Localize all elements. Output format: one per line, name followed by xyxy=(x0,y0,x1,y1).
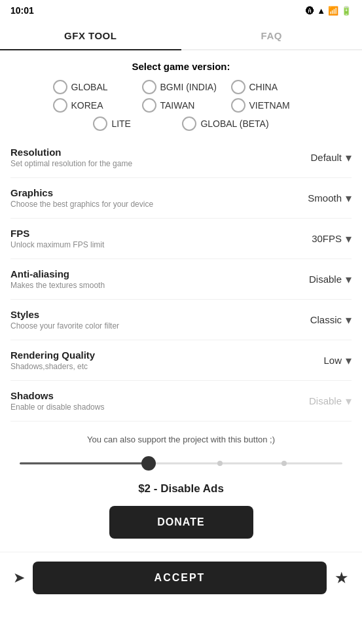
version-option-china[interactable]: CHINA xyxy=(231,80,310,94)
dropdown-arrow-antialiasing: ▾ xyxy=(346,272,352,287)
slider-thumb[interactable] xyxy=(141,456,156,471)
setting-right-fps: 30FPS ▾ xyxy=(312,232,352,246)
setting-desc-graphics: Choose the best graphics for your device xyxy=(10,200,308,209)
accept-button[interactable]: ACCEPT xyxy=(33,562,327,594)
share-icon[interactable]: ➤ xyxy=(13,569,25,586)
setting-name-graphics: Graphics xyxy=(10,187,308,198)
setting-desc-fps: Unlock maximum FPS limit xyxy=(10,240,312,249)
setting-row-resolution[interactable]: Resolution Set optimal resolution for th… xyxy=(10,137,352,178)
donation-section: You can also support the project with th… xyxy=(0,421,362,545)
version-option-globalbeta[interactable]: GLOBAL (BETA) xyxy=(182,116,268,131)
setting-desc-antialiasing: Makes the textures smooth xyxy=(10,281,309,290)
setting-desc-styles: Choose your favorite color filter xyxy=(10,321,310,331)
setting-name-rendering: Rendering Quality xyxy=(10,349,323,361)
setting-right-resolution: Default ▾ xyxy=(310,151,352,165)
dropdown-arrow-resolution: ▾ xyxy=(346,151,352,165)
version-row-3: LITE GLOBAL (BETA) xyxy=(93,116,268,131)
setting-desc-shadows: Enable or disable shadows xyxy=(10,402,309,412)
tab-gfx-tool[interactable]: GFX TOOL xyxy=(0,21,181,49)
slider-fill xyxy=(20,463,149,465)
version-row-1: GLOBAL BGMI (INDIA) CHINA xyxy=(53,80,310,94)
bottom-bar: ➤ ACCEPT ★ xyxy=(0,552,362,603)
setting-right-shadows: Disable ▾ xyxy=(309,394,352,408)
setting-row-shadows: Shadows Enable or disable shadows Disabl… xyxy=(10,381,352,421)
battery-icon: 🔋 xyxy=(341,6,352,16)
setting-right-rendering: Low ▾ xyxy=(323,353,352,368)
setting-name-fps: FPS xyxy=(10,228,312,239)
setting-name-shadows: Shadows xyxy=(10,390,309,401)
setting-left-resolution: Resolution Set optimal resolution for th… xyxy=(10,147,310,168)
setting-value-antialiasing: Disable xyxy=(309,274,342,285)
a-icon: 🅐 xyxy=(306,6,314,16)
label-lite: LITE xyxy=(111,118,131,129)
label-china: CHINA xyxy=(249,82,278,92)
label-vietnam: VIETNAM xyxy=(249,100,290,111)
version-title: Select game version: xyxy=(13,61,349,72)
slider-dot-1 xyxy=(217,461,223,466)
setting-left-fps: FPS Unlock maximum FPS limit xyxy=(10,228,312,249)
setting-row-rendering[interactable]: Rendering Quality Shadows,shaders, etc L… xyxy=(10,340,352,381)
radio-vietnam xyxy=(231,98,245,113)
dropdown-arrow-styles: ▾ xyxy=(346,313,352,327)
radio-global xyxy=(53,80,67,94)
radio-bgmi xyxy=(142,80,156,94)
version-option-lite[interactable]: LITE xyxy=(93,116,172,131)
label-globalbeta: GLOBAL (BETA) xyxy=(200,118,268,129)
setting-row-graphics[interactable]: Graphics Choose the best graphics for yo… xyxy=(10,178,352,219)
version-option-global[interactable]: GLOBAL xyxy=(53,80,132,94)
donate-label: $2 - Disable Ads xyxy=(13,482,349,495)
dropdown-arrow-rendering: ▾ xyxy=(346,353,352,368)
version-row-2: KOREA TAIWAN VIETNAM xyxy=(53,98,310,113)
setting-row-fps[interactable]: FPS Unlock maximum FPS limit 30FPS ▾ xyxy=(10,219,352,259)
version-section: Select game version: GLOBAL BGMI (INDIA)… xyxy=(0,50,362,137)
donation-slider[interactable] xyxy=(20,454,342,473)
setting-value-resolution: Default xyxy=(310,152,342,163)
signal-icon: 📶 xyxy=(328,6,338,16)
setting-name-antialiasing: Anti-aliasing xyxy=(10,268,309,279)
label-global: GLOBAL xyxy=(71,82,108,92)
setting-value-fps: 30FPS xyxy=(312,233,342,244)
setting-row-styles[interactable]: Styles Choose your favorite color filter… xyxy=(10,300,352,340)
version-option-bgmi[interactable]: BGMI (INDIA) xyxy=(142,80,221,94)
radio-china xyxy=(231,80,245,94)
donate-button[interactable]: DONATE xyxy=(109,506,253,539)
radio-globalbeta xyxy=(182,116,196,131)
wifi-icon: ▲ xyxy=(317,6,325,16)
dropdown-arrow-graphics: ▾ xyxy=(346,191,352,206)
label-bgmi: BGMI (INDIA) xyxy=(160,82,217,92)
version-option-vietnam[interactable]: VIETNAM xyxy=(231,98,310,113)
setting-desc-resolution: Set optimal resolution for the game xyxy=(10,159,310,168)
setting-desc-rendering: Shadows,shaders, etc xyxy=(10,362,323,371)
settings-list: Resolution Set optimal resolution for th… xyxy=(0,137,362,421)
setting-value-styles: Classic xyxy=(310,314,342,325)
dropdown-arrow-shadows: ▾ xyxy=(346,394,352,408)
radio-taiwan xyxy=(142,98,156,113)
version-option-taiwan[interactable]: TAIWAN xyxy=(142,98,221,113)
setting-value-graphics: Smooth xyxy=(308,192,342,204)
setting-left-styles: Styles Choose your favorite color filter xyxy=(10,309,310,331)
setting-name-styles: Styles xyxy=(10,309,310,320)
top-tabs: GFX TOOL FAQ xyxy=(0,21,362,50)
slider-track xyxy=(20,463,342,465)
label-taiwan: TAIWAN xyxy=(160,100,195,111)
star-icon[interactable]: ★ xyxy=(335,569,349,587)
setting-right-antialiasing: Disable ▾ xyxy=(309,272,352,287)
label-korea: KOREA xyxy=(71,100,103,111)
setting-row-antialiasing[interactable]: Anti-aliasing Makes the textures smooth … xyxy=(10,259,352,300)
setting-name-resolution: Resolution xyxy=(10,147,310,158)
setting-left-rendering: Rendering Quality Shadows,shaders, etc xyxy=(10,349,323,371)
version-option-korea[interactable]: KOREA xyxy=(53,98,132,113)
status-time: 10:01 xyxy=(10,5,34,16)
donation-hint: You can also support the project with th… xyxy=(13,435,349,444)
setting-value-rendering: Low xyxy=(323,355,342,366)
radio-korea xyxy=(53,98,67,113)
tab-faq[interactable]: FAQ xyxy=(181,21,363,49)
setting-left-antialiasing: Anti-aliasing Makes the textures smooth xyxy=(10,268,309,290)
version-radio-grid: GLOBAL BGMI (INDIA) CHINA KOREA TAIWAN xyxy=(13,80,349,131)
status-icons: 🅐 ▲ 📶 🔋 xyxy=(306,6,352,16)
status-bar: 10:01 🅐 ▲ 📶 🔋 xyxy=(0,0,362,21)
setting-value-shadows: Disable xyxy=(309,395,342,406)
setting-right-styles: Classic ▾ xyxy=(310,313,352,327)
tab-active-indicator xyxy=(0,49,181,50)
dropdown-arrow-fps: ▾ xyxy=(346,232,352,246)
